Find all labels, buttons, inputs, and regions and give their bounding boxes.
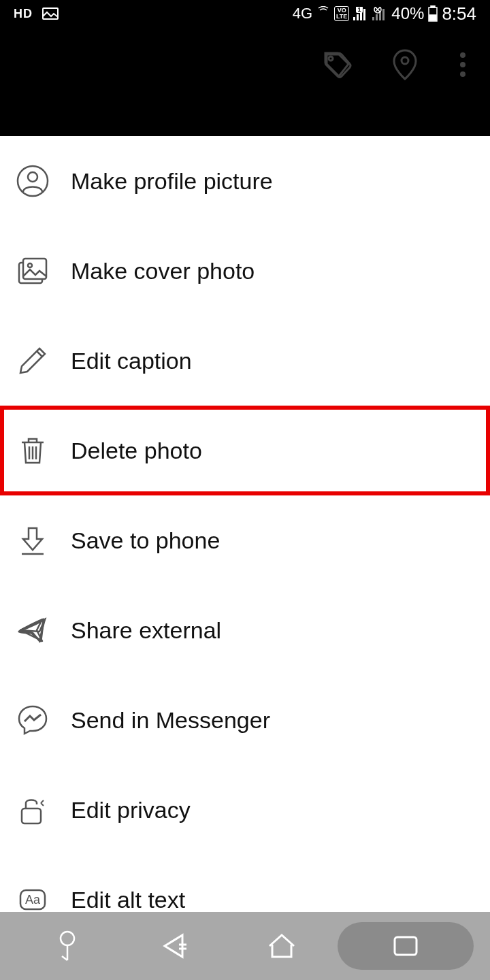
menu-item-edit-privacy[interactable]: Edit privacy: [0, 765, 490, 855]
signal-icon-1: 1: [353, 7, 368, 20]
menu-item-make-profile-picture[interactable]: Make profile picture: [0, 136, 490, 226]
svg-rect-38: [395, 937, 416, 955]
alt-text-icon: Aa: [16, 883, 49, 916]
svg-rect-4: [363, 9, 365, 20]
image-icon: [42, 7, 59, 20]
svg-point-18: [460, 62, 466, 67]
nav-home-button[interactable]: [231, 922, 333, 970]
svg-rect-2: [357, 14, 359, 20]
photo-stack-icon: [16, 255, 49, 287]
battery-percent: 40%: [391, 4, 424, 23]
menu-label: Edit privacy: [71, 797, 191, 823]
status-right: 4G VOLTE 1: [293, 3, 476, 24]
menu-item-share-external[interactable]: Share external: [0, 585, 490, 675]
svg-rect-7: [372, 17, 374, 20]
more-dots-icon[interactable]: [456, 48, 470, 82]
volte-icon: [316, 6, 330, 21]
menu-label: Send in Messenger: [71, 707, 270, 734]
volte-badge: VOLTE: [334, 6, 349, 21]
battery-icon: [428, 5, 438, 22]
photo-options-menu: Make profile picture Make cover photo Ed…: [0, 136, 490, 970]
menu-label: Save to phone: [71, 527, 220, 554]
menu-label: Delete photo: [71, 438, 202, 464]
tag-icon[interactable]: [320, 48, 354, 82]
system-nav-bar: [0, 912, 490, 980]
menu-item-make-cover-photo[interactable]: Make cover photo: [0, 226, 490, 316]
svg-rect-23: [23, 259, 46, 279]
share-icon: [16, 614, 49, 647]
menu-item-edit-caption[interactable]: Edit caption: [0, 316, 490, 406]
menu-label: Make profile picture: [71, 168, 273, 195]
trash-icon: [16, 434, 49, 467]
messenger-icon: [16, 704, 49, 736]
svg-text:1: 1: [358, 7, 361, 13]
menu-label: Share external: [71, 617, 221, 644]
svg-line-25: [37, 351, 42, 357]
svg-point-16: [402, 57, 408, 64]
svg-rect-14: [429, 15, 436, 20]
svg-point-17: [460, 52, 466, 58]
location-pin-icon[interactable]: [388, 48, 422, 82]
clock: 8:54: [442, 3, 476, 24]
svg-text:Aa: Aa: [25, 893, 41, 906]
svg-point-21: [28, 172, 37, 182]
profile-icon: [16, 165, 49, 197]
svg-point-15: [329, 56, 333, 61]
svg-rect-1: [353, 17, 355, 20]
svg-rect-10: [382, 9, 385, 20]
menu-item-save-to-phone[interactable]: Save to phone: [0, 495, 490, 585]
menu-label: Edit caption: [71, 348, 192, 374]
nav-assistant-button[interactable]: [16, 922, 118, 970]
svg-rect-8: [376, 14, 378, 20]
svg-point-33: [61, 932, 74, 945]
menu-item-send-in-messenger[interactable]: Send in Messenger: [0, 675, 490, 765]
signal-icon-2: [372, 7, 387, 20]
nav-recent-button[interactable]: [338, 922, 474, 970]
hd-badge: HD: [14, 7, 33, 21]
pencil-icon: [16, 344, 49, 377]
nav-back-button[interactable]: [123, 922, 225, 970]
app-header: [0, 27, 490, 136]
menu-label: Make cover photo: [71, 258, 255, 284]
download-icon: [16, 524, 49, 557]
lock-icon: [16, 794, 49, 826]
svg-point-19: [460, 71, 466, 77]
status-bar: HD 4G VOLTE 1: [0, 0, 490, 27]
network-type: 4G: [293, 5, 312, 22]
svg-rect-30: [22, 808, 41, 823]
menu-label: Edit alt text: [71, 887, 185, 913]
menu-item-delete-photo[interactable]: Delete photo: [0, 406, 490, 495]
status-left: HD: [14, 7, 59, 21]
